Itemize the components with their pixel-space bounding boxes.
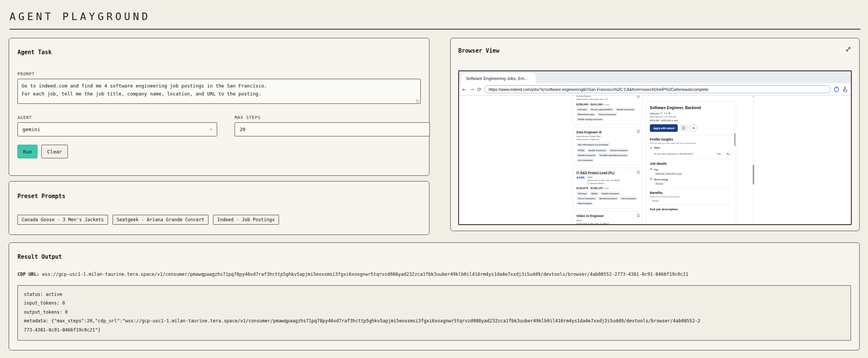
job-tags: Full-time Bonus opportunities Health ins… — [577, 108, 639, 121]
apply-with-indeed-button[interactable]: Apply with Indeed — [650, 124, 678, 132]
page-scrollbar-thumb[interactable] — [753, 165, 754, 184]
work-setting-row: Work setting Remote — [650, 178, 732, 186]
scroll-up-arrow-icon[interactable] — [753, 96, 754, 97]
bookmark-icon[interactable] — [637, 214, 640, 217]
skills-question: Do you have experience in Microservices? — [654, 153, 693, 155]
back-icon[interactable]: ← — [462, 87, 467, 92]
preset-button-indeed[interactable]: Indeed - Job Postings — [213, 215, 279, 225]
page-scrollbar[interactable] — [752, 95, 755, 224]
job-location: Hybrid work in San Jose, CA 95134 — [587, 179, 620, 182]
preset-button-canada-goose[interactable]: Canada Goose - 3 Men's Jackets — [17, 215, 108, 225]
run-button[interactable]: Run — [17, 145, 38, 158]
textarea-resize-grip[interactable] — [416, 99, 420, 103]
max-steps-field: MAX STEPS — [235, 115, 430, 136]
cdp-url-value: wss://gcp-usc1-1.milan-taurine.tera.spac… — [42, 272, 688, 277]
result-output-title: Result Output — [17, 253, 851, 260]
benefits-sub: Pulled from the full job description — [650, 195, 732, 198]
job-details-section: Job details Pay $155,000 - $225,000 a ye… — [650, 159, 732, 186]
profile-insights-title: Profile insights — [650, 138, 732, 142]
result-output-panel: Result Output CDP URL: wss://gcp-usc1-1.… — [9, 242, 860, 350]
job-salary: $118,875 - $198,125 a year — [577, 186, 639, 190]
work-setting-icon — [650, 178, 653, 180]
url-input[interactable] — [484, 85, 831, 93]
browser-tab[interactable]: Software Engineering Jobs, Em... — [461, 73, 536, 83]
external-link-icon — [660, 112, 662, 114]
job-location: Hybrid work in Mountain View, CA — [577, 98, 639, 101]
indeed-page: General Motors Hybrid work in Mountain V… — [459, 95, 851, 224]
company-rating: 5.0 — [664, 112, 667, 114]
agent-label: AGENT — [17, 115, 217, 120]
full-description-title: Full job description — [650, 208, 732, 211]
output-output-tokens-line: output_tokens: 0 — [24, 308, 844, 317]
agent-task-panel: Agent Task PROMPT Go to indeed.com and f… — [9, 38, 429, 176]
job-detail-pane: Software Engineer, Backend Calm.com 5.0 … — [646, 101, 736, 224]
preset-prompts-title: Preset Prompts — [17, 193, 421, 200]
job-title: IT R&D Project Lead (PL) — [577, 171, 639, 175]
lightbulb-icon — [650, 147, 653, 150]
detail-company-row: Calm.com 5.0 ★ — [650, 112, 732, 115]
output-status-line: status: active — [24, 290, 844, 299]
detail-job-title: Software Engineer, Backend — [650, 106, 732, 110]
skills-label: Skills — [654, 147, 660, 149]
browser-view-panel: Browser View Software Engineering Jobs, … — [450, 38, 860, 231]
pay-icon — [650, 168, 653, 170]
expand-icon[interactable] — [845, 46, 852, 53]
output-input-tokens-line: input_tokens: 0 — [24, 299, 844, 308]
asml-logo: ASML — [577, 176, 586, 179]
cdp-url-label: CDP URL: — [17, 272, 39, 277]
browser-view-header: Browser View — [458, 47, 852, 54]
prompt-field: PROMPT Go to indeed.com and find me 4 so… — [17, 72, 421, 105]
yes-button[interactable]: Yes — [715, 152, 723, 156]
full-description-section: Full job description — [650, 205, 732, 211]
skills-question-row: Do you have experience in Microservices?… — [650, 152, 732, 156]
dot-separator — [663, 112, 663, 114]
agent-select[interactable]: gemini ∨ — [17, 122, 217, 136]
pay-label: Pay — [654, 168, 658, 171]
page-title: AGENT PLAYGROUND — [9, 6, 860, 22]
touch-mode-icon[interactable] — [842, 86, 848, 92]
job-title: Video AI Engineer — [577, 214, 639, 218]
star-icon: ★ — [668, 112, 671, 115]
detail-scrollbar-thumb[interactable] — [735, 133, 736, 146]
job-company: Zoom — [577, 219, 639, 222]
forward-icon[interactable]: → — [470, 87, 474, 92]
output-metadata-line: metadata: {"max_steps":20,"cdp_url":"wss… — [24, 317, 702, 335]
clear-button[interactable]: Clear — [41, 145, 67, 158]
mouse-mode-icon[interactable] — [834, 86, 839, 92]
pay-note-chip: Pay information not provided — [577, 142, 610, 146]
work-setting-label: Work setting — [654, 178, 668, 181]
job-card-asml[interactable]: IT R&D Project Lead (PL) ASML ASML Hybri… — [573, 168, 642, 208]
reload-icon[interactable]: ⟳ — [477, 87, 481, 92]
company-link[interactable]: Calm.com — [650, 112, 660, 114]
task-buttons: Run Clear — [17, 145, 421, 158]
agent-select-value: gemini — [22, 127, 40, 132]
max-steps-input[interactable] — [235, 122, 430, 136]
job-title: Data Engineer III — [577, 130, 639, 134]
job-salary: $158,000 - $241,000 a year — [577, 102, 639, 106]
max-steps-label: MAX STEPS — [235, 115, 430, 120]
copy-link-button[interactable]: GO — [689, 125, 697, 132]
preset-prompts-panel: Preset Prompts Canada Goose - 3 Men's Ja… — [9, 181, 429, 235]
save-job-button[interactable] — [680, 125, 688, 132]
prompt-label: PROMPT — [17, 72, 421, 77]
job-card-general-motors[interactable]: General Motors Hybrid work in Mountain V… — [573, 95, 642, 124]
train-station-icon — [587, 182, 589, 184]
job-card-zoom[interactable]: Video AI Engineer Zoom Hybrid work in Sa… — [573, 211, 642, 224]
detail-salary: $155,000 - $225,000 a year — [650, 119, 732, 122]
chevron-down-icon: ∨ — [210, 127, 212, 132]
profile-insights-sub: Find out how your skills align with the … — [650, 142, 732, 144]
no-button[interactable]: No — [724, 152, 732, 156]
app-header: AGENT PLAYGROUND — [9, 6, 860, 30]
preset-buttons-row: Canada Goose - 3 Men's Jackets Seatgeek … — [17, 215, 421, 225]
preset-button-seatgeek[interactable]: Seatgeek - Ariana Grande Concert — [113, 215, 208, 225]
pay-value: $155,000 - $225,000 a year — [654, 172, 683, 175]
station-row: Tasman Station — [587, 182, 620, 185]
job-card-data-engineer[interactable]: Data Engineer III Inland Empire Health P… — [573, 127, 642, 165]
company-row: ASML ASML Hybrid work in San Jose, CA 95… — [577, 176, 639, 185]
agent-field: AGENT gemini ∨ — [17, 115, 217, 136]
prompt-textarea[interactable]: Go to indeed.com and find me 4 software … — [17, 79, 421, 104]
detail-actions: Apply with Indeed GO — [650, 124, 732, 132]
bookmark-icon[interactable] — [637, 130, 640, 133]
bookmark-icon[interactable] — [637, 170, 640, 174]
bookmark-icon[interactable] — [637, 95, 640, 98]
